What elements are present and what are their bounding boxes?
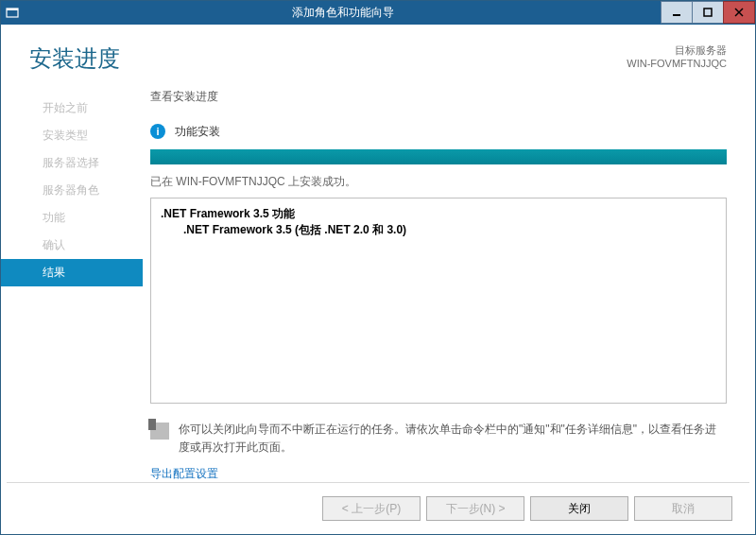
note-text: 你可以关闭此向导而不中断正在运行的任务。请依次单击命令栏中的"通知"和"任务详细… [179,421,727,457]
flag-icon [150,423,169,440]
result-line-1: .NET Framework 3.5 功能 [161,206,716,222]
sidebar-item-confirm: 确认 [1,232,143,259]
result-line-2: .NET Framework 3.5 (包括 .NET 2.0 和 3.0) [161,222,716,238]
subheading: 查看安装进度 [150,89,727,105]
maximize-button[interactable] [692,1,724,24]
titlebar: 添加角色和功能向导 [1,1,755,25]
close-window-button[interactable] [723,1,755,24]
wizard-header: 安装进度 目标服务器 WIN-FOVMFTNJJQC [1,25,755,87]
info-icon: i [150,124,165,139]
sidebar-item-roles: 服务器角色 [1,177,143,204]
minimize-button[interactable] [661,1,693,24]
export-link[interactable]: 导出配置设置 [150,466,727,482]
svg-rect-1 [7,9,18,10]
done-message: 已在 WIN-FOVMFTNJJQC 上安装成功。 [150,174,727,190]
sidebar-item-features: 功能 [1,204,143,232]
page-heading: 安装进度 [29,43,627,74]
sidebar-item-before: 开始之前 [1,95,143,122]
window-title: 添加角色和功能向导 [24,5,662,21]
wizard-sidebar: 开始之前 安装类型 服务器选择 服务器角色 功能 确认 结果 [1,87,143,482]
target-label: 目标服务器 [627,43,727,58]
sidebar-item-type: 安装类型 [1,122,143,149]
note: 你可以关闭此向导而不中断正在运行的任务。请依次单击命令栏中的"通知"和"任务详细… [150,421,727,457]
window-buttons [662,1,755,24]
next-button: 下一步(N) > [426,496,524,521]
app-icon [1,6,24,19]
wizard-body: 安装进度 目标服务器 WIN-FOVMFTNJJQC 开始之前 安装类型 服务器… [1,25,755,534]
result-box[interactable]: .NET Framework 3.5 功能 .NET Framework 3.5… [150,198,727,404]
sidebar-item-results[interactable]: 结果 [1,259,143,286]
status-row: i 功能安装 [150,124,727,140]
svg-rect-3 [704,9,712,16]
wizard-window: 添加角色和功能向导 安装进度 目标服务器 WIN-FOVMFTNJJQC 开始之… [0,0,756,535]
wizard-main: 查看安装进度 i 功能安装 已在 WIN-FOVMFTNJJQC 上安装成功。 … [143,87,755,482]
target-server: 目标服务器 WIN-FOVMFTNJJQC [627,43,727,69]
close-button[interactable]: 关闭 [530,496,628,521]
cancel-button: 取消 [634,496,732,521]
status-text: 功能安装 [175,124,220,140]
progress-bar [150,149,727,164]
wizard-content: 开始之前 安装类型 服务器选择 服务器角色 功能 确认 结果 查看安装进度 i … [1,87,755,482]
target-value: WIN-FOVMFTNJJQC [627,58,727,69]
prev-button: < 上一步(P) [322,496,421,521]
sidebar-item-server: 服务器选择 [1,149,143,177]
wizard-footer: < 上一步(P) 下一步(N) > 关闭 取消 [7,482,749,534]
